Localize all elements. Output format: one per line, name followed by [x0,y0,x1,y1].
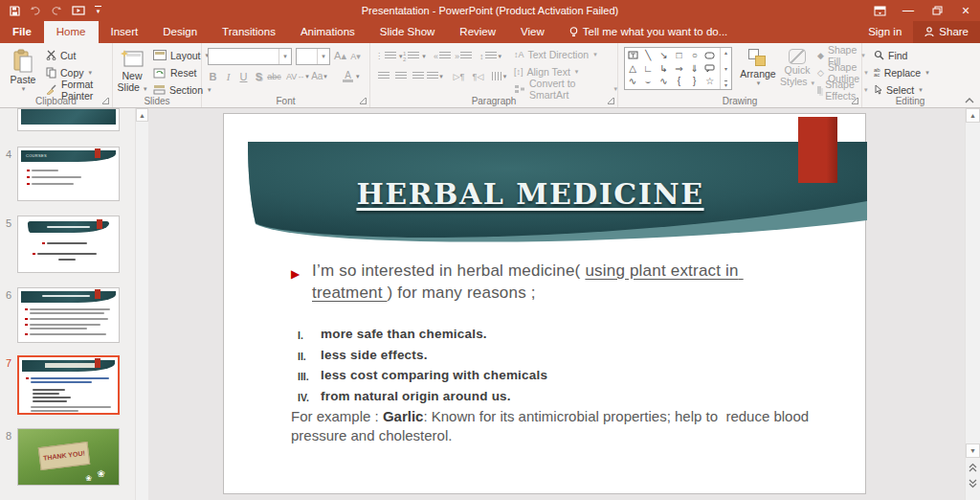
rtl-direction-button[interactable]: ¶◁ [470,68,486,84]
save-icon[interactable] [10,2,20,19]
shape-ellipse-icon[interactable]: ○ [688,49,702,61]
tab-transitions[interactable]: Transitions [210,21,288,43]
clipboard-dialog-launcher[interactable] [102,98,109,104]
underline-button[interactable]: U [235,68,252,84]
character-spacing-button[interactable]: AV↔▾ [286,68,309,84]
previous-slide-button[interactable] [966,463,980,472]
shape-textbox-icon[interactable] [626,49,639,61]
font-size-combo[interactable]: ▾ [296,48,330,65]
minimize-button[interactable]: — [894,0,923,21]
shape-rectangle-icon[interactable]: □ [672,49,685,61]
reasons-list[interactable]: I.more safe than chemicals. II.less side… [298,327,814,409]
tab-slideshow[interactable]: Slide Show [368,21,448,43]
increase-indent-button[interactable]: » [455,48,472,64]
scroll-up-button[interactable]: ▲ [136,108,148,122]
paste-button[interactable]: Paste ▾ [6,45,40,93]
justify-button[interactable]: ▾ [427,68,443,84]
align-right-button[interactable] [410,68,426,84]
thumbnail-slide-7[interactable] [17,355,120,415]
tab-design[interactable]: Design [150,21,210,43]
reset-button[interactable]: Reset [153,64,196,80]
slide-editing-area[interactable]: HERBAL MEDICINE ▶ I’m so interested in h… [223,113,866,494]
tab-home[interactable]: Home [44,21,99,43]
collapse-ribbon-icon[interactable] [965,98,974,103]
cut-button[interactable]: Cut [46,47,76,63]
scroll-up-button[interactable]: ▲ [966,108,980,123]
ribbon-display-options-icon[interactable] [865,0,894,21]
shape-right-arrow-icon[interactable]: ⇒ [672,62,685,75]
shrink-font-button[interactable]: A▾ [347,48,364,64]
columns-button[interactable]: ▾ [491,68,507,84]
convert-smartart-button[interactable]: Convert to SmartArt▾ [514,80,617,97]
redo-icon[interactable] [51,2,62,19]
text-direction-button[interactable]: ↕A Text Direction▾ [514,46,597,62]
paragraph-dialog-launcher[interactable] [608,98,614,104]
shape-arrow-icon[interactable]: ↘ [657,49,670,61]
thumbnail-slide-5[interactable] [17,216,120,273]
align-left-button[interactable] [375,68,391,84]
thumbnail-slide-8[interactable]: THANK YOU! ❀ ❀ [17,428,120,486]
customize-qat-icon[interactable]: ▾ [95,2,101,19]
main-scrollbar[interactable]: ▲ ▼ [965,108,980,500]
grow-font-button[interactable]: A▴ [332,48,348,64]
tab-review[interactable]: Review [447,21,508,43]
intro-paragraph[interactable]: ▶ I’m so interested in herbal medicine( … [291,260,781,304]
drawing-dialog-launcher[interactable] [852,98,858,104]
red-bookmark-shape[interactable] [798,117,837,183]
shapes-gallery[interactable]: ╲ ↘ □ ○ △ ∟ ↳ ⇒ ⇓ ∿ ⌣ ∿ { } ☆ [624,47,732,90]
font-name-combo[interactable]: ▾ [208,48,292,65]
shape-curve-icon[interactable]: ∿ [657,75,670,87]
line-spacing-button[interactable]: ↕▾ [479,48,501,64]
thumbnail-slide-4[interactable]: COURSES [17,147,120,201]
tab-animations[interactable]: Animations [288,21,368,43]
undo-icon[interactable] [30,2,41,19]
strikethrough-button[interactable]: abc [266,68,282,84]
thumbnail-slide-6[interactable] [17,287,120,343]
shape-star-icon[interactable]: ☆ [703,75,717,87]
bold-button[interactable]: B [205,68,221,84]
close-button[interactable]: × [951,0,980,21]
bullets-button[interactable]: ⋮▾ [375,48,403,64]
scroll-down-button[interactable]: ▼ [966,443,980,458]
shape-down-arrow-icon[interactable]: ⇓ [688,62,702,75]
chevron-down-icon[interactable]: ▾ [356,73,360,80]
shape-triangle-icon[interactable]: △ [626,62,639,75]
font-dialog-launcher[interactable] [360,98,367,104]
scroll-down-icon[interactable]: ▾ [724,65,727,72]
change-case-button[interactable]: Aa▾ [311,68,327,84]
chevron-down-icon[interactable]: ▾ [278,49,291,64]
tab-view[interactable]: View [508,21,557,43]
sign-in-button[interactable]: Sign in [857,21,913,43]
font-color-button[interactable]: A [340,68,356,84]
italic-button[interactable]: I [220,68,236,84]
scroll-up-icon[interactable]: ▴ [724,49,727,56]
find-button[interactable]: Find [874,47,907,63]
replace-button[interactable]: abac Replace▾ [874,64,929,80]
shape-arc-icon[interactable]: ⌣ [641,75,655,87]
shape-rounded-rect-icon[interactable] [703,49,717,61]
shape-left-brace-icon[interactable]: { [672,75,685,87]
slide-title[interactable]: HERBAL MEDICINE [248,177,813,211]
quick-styles-button[interactable]: Quick Styles ▾ [779,45,815,89]
align-center-button[interactable] [392,68,409,84]
decrease-indent-button[interactable]: « [434,48,451,64]
shape-callout-icon[interactable] [703,62,717,75]
thumbnail-slide-3[interactable] [17,108,120,131]
shape-elbow-icon[interactable]: ∟ [641,62,655,75]
chevron-down-icon[interactable]: ▾ [317,49,329,64]
tell-me-box[interactable]: Tell me what you want to do... [557,21,741,43]
share-button[interactable]: Share [913,21,980,43]
new-slide-button[interactable]: New Slide ▾ [116,45,148,95]
shapes-gallery-scroll[interactable]: ▴ ▾ ▾ [720,48,731,89]
shape-right-brace-icon[interactable]: } [688,75,702,87]
tab-file[interactable]: File [0,21,44,43]
text-shadow-button[interactable]: S [251,68,267,84]
tab-insert[interactable]: Insert [99,21,151,43]
shape-line-icon[interactable]: ╲ [641,49,655,61]
arrange-button[interactable]: Arrange ▾ [737,45,779,87]
restore-button[interactable] [923,0,951,21]
next-slide-button[interactable] [966,479,980,489]
ltr-direction-button[interactable]: ▷¶ [451,68,467,84]
layout-button[interactable]: Layout▾ [153,47,209,63]
numbering-button[interactable]: 12▾ [403,48,426,64]
